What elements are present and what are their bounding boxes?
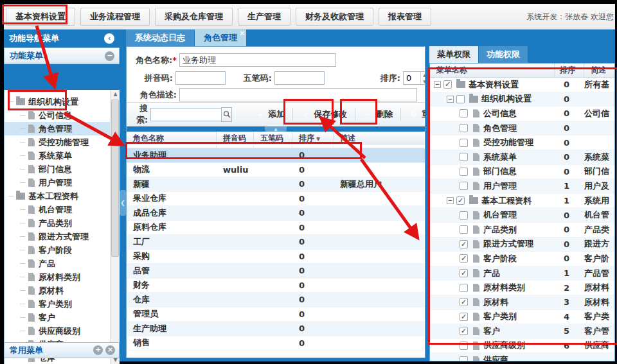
permission-checkbox[interactable] (460, 153, 468, 161)
permission-checkbox[interactable] (443, 80, 452, 89)
permission-tree-row[interactable]: − 基本工程资料 1 系统用 (430, 194, 614, 209)
expand-icon[interactable]: − (434, 81, 441, 88)
column-pinyin[interactable]: 拼音码 (217, 132, 254, 144)
permission-tree-row[interactable]: − 部门信息 0 部门信 (430, 165, 614, 180)
role-grid-row[interactable]: 管理员 0 (127, 308, 425, 322)
sidebar-tree-item[interactable]: 组织机构设置 (4, 95, 120, 108)
column-menu-sort[interactable]: 排序 (555, 64, 584, 76)
top-menu-button[interactable]: 采购及仓库管理 (155, 8, 233, 26)
role-grid-row[interactable]: 物流 wuliu 0 (127, 163, 425, 178)
scrollbar-thumb[interactable] (111, 100, 119, 257)
permission-tree-row[interactable]: − 角色管理 0 (430, 121, 614, 136)
column-menu-name[interactable]: 菜单名称 (430, 64, 555, 76)
permission-checkbox[interactable] (456, 95, 465, 103)
sidebar-tree-item[interactable]: 客户 (4, 311, 120, 324)
permission-tree-row[interactable]: − 产品类别 0 产品类 (430, 223, 614, 238)
permission-tree-row[interactable]: − 跟进方式管理 0 跟进方 (430, 238, 614, 252)
sidebar-tree-item[interactable]: 产品 (4, 257, 120, 270)
permission-checkbox[interactable] (460, 342, 468, 350)
permission-checkbox[interactable] (460, 139, 468, 147)
role-grid-row[interactable]: 工厂 0 (127, 235, 425, 250)
role-name-input[interactable] (179, 53, 336, 67)
permission-tree-row[interactable]: − 基本资料设置 0 所有基 (430, 78, 614, 92)
sidebar-tree-item[interactable]: 部门信息 (4, 162, 120, 176)
sidebar-tree-item[interactable]: 产品类别 (4, 216, 120, 230)
permission-checkbox[interactable] (460, 269, 468, 277)
column-role-name[interactable]: 角色名称 (127, 132, 217, 144)
permission-checkbox[interactable] (460, 254, 468, 263)
role-desc-input[interactable] (179, 88, 417, 101)
role-grid-row[interactable]: 生产助理 0 (127, 322, 425, 336)
tab-close-icon[interactable]: × (240, 30, 245, 37)
sidebar-tree-item[interactable]: 角色管理 (4, 122, 120, 135)
permission-checkbox[interactable] (460, 284, 468, 292)
column-sort[interactable]: 排序▼ (292, 132, 334, 144)
permission-checkbox[interactable] (456, 196, 465, 205)
sidebar-tree-item[interactable]: 公司信息 (4, 108, 120, 122)
sidebar-tree-item[interactable]: 跟进方式管理 (4, 230, 120, 243)
permission-checkbox[interactable] (460, 313, 468, 321)
permission-checkbox[interactable] (460, 211, 468, 220)
sidebar-tree-item[interactable]: 系统菜单 (4, 149, 120, 162)
panel-collapse-icon[interactable]: − (105, 51, 114, 61)
permission-checkbox[interactable] (460, 168, 468, 176)
toolbar-button[interactable]: + 添加 (249, 107, 291, 122)
permission-tree-row[interactable]: − 客户类别 4 客户类 (430, 310, 614, 325)
column-menu-desc[interactable]: 简述 (584, 64, 614, 76)
role-grid-row[interactable]: 销售 0 (127, 336, 425, 351)
role-grid-row[interactable]: 果业仓库 0 (127, 192, 425, 207)
sidebar-tree-item[interactable]: 原材料类别 (4, 270, 120, 284)
permission-tree-row[interactable]: − 用户管理 1 用户及 (430, 179, 614, 194)
role-grid-row[interactable]: 品管 0 (127, 264, 425, 279)
role-grid-row[interactable]: 成品仓库 0 (127, 206, 425, 221)
permission-checkbox[interactable] (460, 225, 468, 234)
top-menu-button[interactable]: 基本资料设置 (6, 8, 75, 26)
permission-tree-row[interactable]: − 供应商 (430, 353, 614, 361)
pinyin-input[interactable] (175, 71, 226, 85)
permission-tree-row[interactable]: − 产品 1 产品管 (430, 266, 614, 281)
common-menu-bar[interactable]: 常用菜单 + × (4, 342, 120, 358)
permission-checkbox[interactable] (460, 182, 468, 190)
sidebar-tree-item[interactable]: 基本工程资料 (4, 189, 120, 203)
wubi-input[interactable] (274, 71, 325, 85)
permission-tree-row[interactable]: − 组织机构设置 0 (430, 92, 614, 107)
role-grid-row[interactable]: 新疆 0 新疆总用户 (127, 177, 425, 192)
sidebar-tree-item[interactable]: 客户阶段 (4, 243, 120, 257)
expand-icon[interactable]: − (447, 197, 454, 204)
top-menu-button[interactable]: 业务流程管理 (80, 8, 150, 26)
sidebar-tree-item[interactable]: 客户类别 (4, 297, 120, 311)
separator-handle-icon[interactable]: ▲ (265, 126, 287, 132)
splitter-collapse-handle[interactable]: ❮ (120, 190, 126, 216)
sort-input[interactable] (404, 72, 420, 84)
role-grid-row[interactable]: 原料仓库 0 (127, 221, 425, 236)
role-grid-row[interactable]: 采购 0 (127, 250, 425, 264)
toolbar-button[interactable]: − 删除 (357, 107, 399, 122)
permission-checkbox[interactable] (460, 109, 468, 117)
top-menu-button[interactable]: 生产管理 (238, 8, 291, 26)
tab-menu-permission[interactable]: 菜单权限 (429, 46, 479, 63)
permission-checkbox[interactable] (460, 124, 468, 132)
permission-tree-row[interactable]: − 原材料类别 2 原材料 (430, 281, 614, 295)
permission-checkbox[interactable] (460, 327, 468, 335)
permission-tree-row[interactable]: − 公司信息 0 公司信 (430, 107, 614, 121)
permission-tree-row[interactable]: − 机台管理 0 机台管 (430, 208, 614, 223)
top-menu-button[interactable]: 报表管理 (379, 8, 431, 26)
sort-spinner[interactable]: ▲▼ (403, 71, 429, 85)
tab-function-permission[interactable]: 功能权限 (479, 46, 528, 63)
permission-tree-row[interactable]: − 供应商级别 6 供应商 (430, 339, 614, 354)
tab-role-management[interactable]: 角色管理 × (195, 30, 247, 46)
permission-tree-row[interactable]: − 原材料 3 原材料 (430, 295, 614, 310)
expand-icon[interactable]: − (447, 96, 454, 103)
permission-tree-row[interactable]: − 系统菜单 0 系统菜 (430, 150, 614, 165)
permission-checkbox[interactable] (460, 298, 468, 306)
sidebar-splitter[interactable]: ❮ (120, 30, 126, 361)
scroll-up-icon[interactable]: ▲ (111, 90, 120, 99)
add-common-icon[interactable]: + (93, 345, 103, 355)
close-common-icon[interactable]: × (105, 345, 115, 355)
column-wubi[interactable]: 五笔码 (254, 132, 292, 144)
column-desc[interactable]: 简述 (334, 132, 425, 144)
role-grid-row[interactable]: 财务 0 (127, 279, 425, 293)
permission-checkbox[interactable] (460, 240, 468, 248)
sidebar-collapse-icon[interactable]: ‹ (104, 33, 114, 44)
permission-checkbox[interactable] (460, 356, 468, 361)
